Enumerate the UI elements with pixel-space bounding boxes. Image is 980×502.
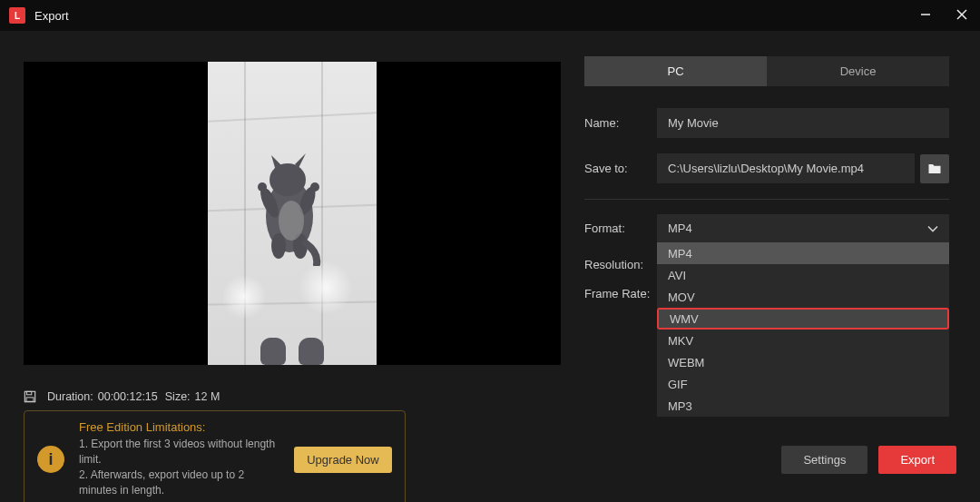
- duration-label: Duration:: [47, 390, 93, 403]
- limitations-notice: i Free Edition Limitations: 1. Export th…: [24, 410, 406, 502]
- format-selected-value: MP4: [668, 221, 692, 235]
- format-option-webm[interactable]: WEBM: [657, 351, 949, 373]
- svg-point-7: [258, 182, 267, 192]
- app-icon: L: [9, 7, 25, 24]
- name-input[interactable]: [657, 108, 949, 138]
- framerate-label: Frame Rate:: [584, 287, 657, 300]
- preview-meta: Duration: 00:00:12:15 Size: 12 M: [24, 390, 539, 403]
- format-select[interactable]: MP4: [657, 214, 949, 242]
- chevron-down-icon: [927, 222, 938, 235]
- svg-point-9: [271, 233, 286, 259]
- window-title: Export: [34, 9, 916, 23]
- video-preview: [24, 62, 561, 365]
- format-option-wmv[interactable]: WMV: [659, 310, 947, 328]
- format-option-mp4[interactable]: MP4: [657, 242, 949, 264]
- tab-pc[interactable]: PC: [584, 56, 767, 86]
- name-label: Name:: [584, 116, 657, 130]
- format-option-mov[interactable]: MOV: [657, 286, 949, 308]
- size-label: Size:: [165, 390, 191, 403]
- format-label: Format:: [584, 221, 657, 235]
- format-option-gif[interactable]: GIF: [657, 373, 949, 395]
- size-value: 12 M: [195, 390, 220, 403]
- saveto-input[interactable]: [657, 153, 915, 183]
- minimize-button[interactable]: [916, 8, 935, 23]
- save-icon: [24, 390, 36, 403]
- svg-point-11: [279, 201, 304, 241]
- duration-value: 00:00:12:15: [98, 390, 158, 403]
- titlebar: L Export: [0, 0, 980, 31]
- saveto-label: Save to:: [584, 162, 657, 175]
- close-button[interactable]: [953, 8, 971, 23]
- format-dropdown: MP4 AVI MOV WMV MKV WEBM GIF MP3: [657, 242, 949, 417]
- resolution-label: Resolution:: [584, 258, 657, 271]
- svg-point-8: [310, 182, 319, 192]
- export-button[interactable]: Export: [878, 446, 956, 474]
- browse-folder-button[interactable]: [920, 154, 949, 183]
- settings-button[interactable]: Settings: [781, 446, 867, 474]
- limitations-line2: 2. Afterwards, export video up to 2 minu…: [79, 468, 279, 498]
- svg-point-4: [270, 163, 306, 196]
- limitations-line1: 1. Export the first 3 videos without len…: [79, 437, 279, 468]
- warning-icon: i: [37, 446, 64, 473]
- format-option-mkv[interactable]: MKV: [657, 330, 949, 351]
- format-option-avi[interactable]: AVI: [657, 264, 949, 286]
- tab-device[interactable]: Device: [767, 56, 949, 86]
- export-tabs: PC Device: [584, 56, 949, 86]
- upgrade-button[interactable]: Upgrade Now: [294, 447, 392, 473]
- format-option-mp3[interactable]: MP3: [657, 395, 949, 417]
- folder-icon: [927, 162, 942, 176]
- limitations-title: Free Edition Limitations:: [79, 420, 279, 434]
- svg-rect-14: [26, 398, 34, 401]
